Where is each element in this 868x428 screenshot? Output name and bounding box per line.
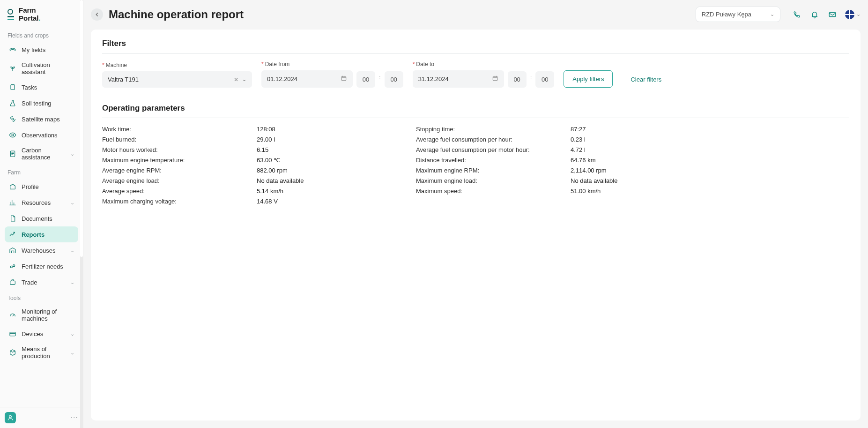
bell-icon[interactable] [809,9,820,20]
nav-label: Devices [22,330,43,338]
sidebar-item-observations[interactable]: Observations [5,127,78,143]
param-label: Average fuel consumption per motor hour: [416,146,571,153]
language-select[interactable]: ⌄ [845,9,861,20]
svg-rect-7 [10,332,15,336]
param-label: Maximum charging voltage: [102,198,257,205]
mail-icon[interactable] [827,9,838,20]
param-value: 64.76 km [571,157,849,164]
sidebar-footer: ··· [0,407,83,428]
app-logo[interactable]: Farm Portal. [5,7,78,28]
param-label: Fuel burned: [102,136,257,143]
nav-label: Profile [22,183,39,190]
param-value: 4.72 l [571,146,849,153]
more-icon[interactable]: ··· [71,413,78,422]
param-value: 5.14 km/h [257,188,416,195]
satellite-icon [8,115,17,123]
sidebar-item-cultivation-assistant[interactable]: Cultivation assistant [5,58,78,79]
date-to-minute-input[interactable]: 00 [535,71,554,88]
apply-filters-button[interactable]: Apply filters [564,70,613,88]
sidebar-item-fertilizer-needs[interactable]: Fertilizer needs [5,258,78,274]
nav-label: Observations [22,132,58,139]
date-from-minute-input[interactable]: 00 [385,71,403,88]
param-label: Maximum engine temperature: [102,157,257,164]
chevron-down-icon: ⌄ [70,248,74,254]
back-button[interactable] [91,8,103,21]
chevron-down-icon: ⌄ [70,200,74,206]
chevron-down-icon[interactable]: ⌄ [242,76,246,83]
sidebar-item-reports[interactable]: Reports [5,226,78,242]
card-icon [8,330,17,338]
chart-icon [8,198,17,207]
clear-machine-icon[interactable]: ✕ [234,76,238,83]
svg-rect-6 [10,281,15,284]
nav-label: My fields [22,46,45,53]
sidebar-item-warehouses[interactable]: Warehouses ⌄ [5,242,78,258]
param-value: 87:27 [571,126,849,133]
clear-filters-button[interactable]: Clear filters [622,71,670,88]
filters-heading: Filters [102,39,849,53]
svg-point-4 [10,266,12,268]
sidebar-item-trade[interactable]: Trade ⌄ [5,274,78,290]
nav-label: Resources [22,199,51,206]
date-to-label: *Date to [413,61,555,68]
date-from-hour-input[interactable]: 00 [356,71,375,88]
sidebar-item-documents[interactable]: Documents [5,210,78,226]
trend-icon [8,230,17,239]
param-value: 63.00 ℃ [257,157,416,164]
svg-point-2 [12,134,14,136]
svg-rect-10 [341,76,346,81]
organization-select[interactable]: RZD Puławy Kępa ⌄ [696,7,780,22]
calculator-icon [8,150,17,158]
param-value: No data available [257,177,416,184]
sidebar-item-satellite-maps[interactable]: Satellite maps [5,111,78,127]
param-value: 51.00 km/h [571,188,849,195]
eye-icon [8,131,17,139]
seed-icon [8,262,17,270]
nav-label: Trade [22,279,37,286]
sidebar-item-soil-testing[interactable]: Soil testing [5,95,78,111]
param-label: Work time: [102,126,257,133]
date-from-input[interactable]: 01.12.2024 [261,70,353,88]
sidebar-item-profile[interactable]: Profile [5,179,78,195]
sidebar-item-monitoring-machines[interactable]: Monitoring of machines [5,304,78,326]
user-avatar[interactable] [5,412,16,423]
briefcase-icon [8,278,17,286]
phone-icon[interactable] [792,9,802,20]
sidebar-item-resources[interactable]: Resources ⌄ [5,195,78,210]
nav-label: Soil testing [22,100,52,107]
sprout-icon [8,64,17,73]
machine-select[interactable]: Valtra T191 ✕ ⌄ [102,71,252,88]
svg-rect-9 [829,12,836,16]
param-label: Distance travelled: [416,157,571,164]
time-separator: : [530,74,532,84]
param-label: Average engine RPM: [102,167,257,174]
param-label: Maximum engine RPM: [416,167,571,174]
param-label: Average fuel consumption per hour: [416,136,571,143]
date-to-hour-input[interactable]: 00 [508,71,527,88]
svg-point-5 [13,265,15,267]
sidebar-item-my-fields[interactable]: My fields [5,42,78,58]
sidebar: Farm Portal. Fields and crops My fields … [0,0,83,428]
sidebar-item-devices[interactable]: Devices ⌄ [5,326,78,342]
nav-label: Reports [22,231,45,238]
svg-point-8 [9,415,12,418]
param-label [416,198,571,205]
chevron-down-icon: ⌄ [856,11,861,17]
clipboard-icon [8,83,17,91]
param-label: Average speed: [102,188,257,195]
date-to-input[interactable]: 31.12.2024 [413,70,504,88]
nav-label: Carbon assistance [22,147,66,161]
param-value: 6.15 [257,146,416,153]
field-icon [8,45,17,54]
barn-icon [8,182,17,191]
sidebar-item-carbon-assistance[interactable]: Carbon assistance ⌄ [5,143,78,165]
sidebar-item-means-of-production[interactable]: Means of production ⌄ [5,342,78,363]
param-label: Average engine load: [102,177,257,184]
document-icon [8,214,17,223]
sidebar-item-tasks[interactable]: Tasks [5,79,78,95]
logo-mark-icon [7,8,16,21]
param-value: 128:08 [257,126,416,133]
sidebar-scrollbar[interactable] [80,0,83,428]
calendar-icon [341,75,347,83]
main-content: Machine operation report RZD Puławy Kępa… [83,0,868,428]
